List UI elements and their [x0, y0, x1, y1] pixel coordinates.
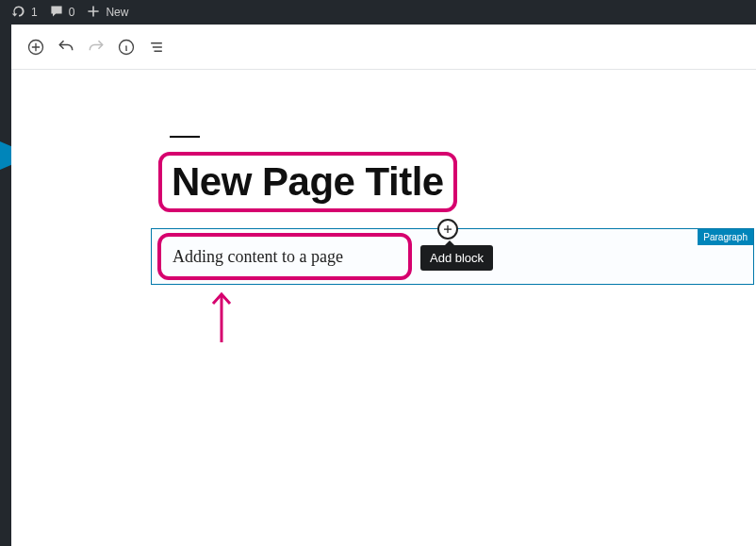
info-button[interactable]: [113, 34, 140, 60]
add-block-toolbar-button[interactable]: [23, 34, 49, 60]
add-block-inline-button[interactable]: [437, 219, 458, 240]
new-item[interactable]: New: [80, 0, 134, 25]
annotation-arrow-icon: [207, 290, 236, 342]
updates-item[interactable]: 1: [6, 0, 43, 25]
editor-canvas: New Page Title Paragraph Adding content …: [11, 70, 756, 546]
comments-count: 0: [69, 6, 75, 19]
paragraph-highlight-annotation: Adding content to a page: [157, 233, 412, 280]
comment-icon: [49, 4, 64, 22]
updates-count: 1: [31, 6, 38, 19]
editor-toolbar: [11, 25, 756, 70]
title-accent-line: [170, 136, 200, 138]
admin-sidebar-strip: [0, 25, 11, 546]
plus-icon: [86, 4, 101, 22]
redo-button[interactable]: [83, 34, 109, 60]
block-type-badge: Paragraph: [698, 229, 753, 245]
title-highlight-annotation: New Page Title: [158, 152, 457, 212]
comments-item[interactable]: 0: [43, 0, 81, 25]
admin-bar: 1 0 New: [0, 0, 756, 25]
undo-button[interactable]: [53, 34, 79, 60]
new-label: New: [106, 6, 128, 19]
paragraph-text-input[interactable]: Adding content to a page: [173, 247, 343, 267]
page-title-input[interactable]: New Page Title: [172, 159, 444, 205]
add-block-tooltip: Add block: [420, 245, 493, 271]
updates-icon: [11, 4, 26, 22]
outline-button[interactable]: [143, 34, 170, 60]
